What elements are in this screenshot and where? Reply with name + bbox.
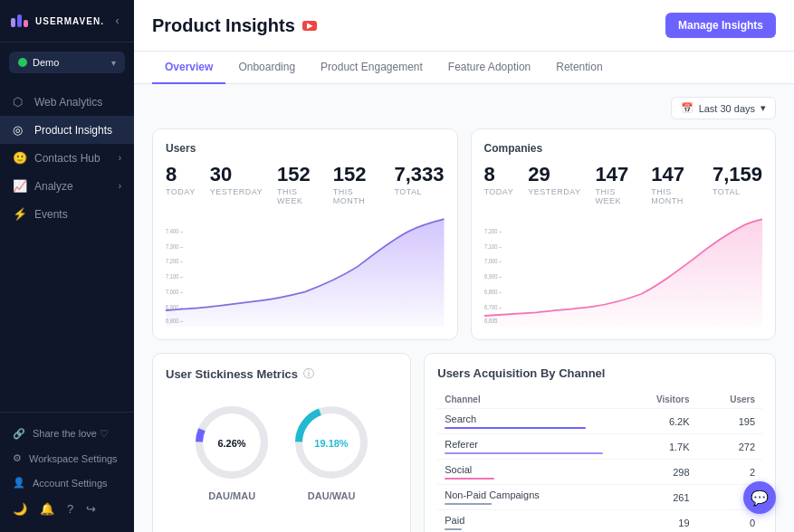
svg-text:7,200 –: 7,200 –	[166, 258, 184, 265]
workspace-settings-icon: ⚙	[13, 452, 22, 464]
top-cards-row: Users 8 TODAY 30 YESTERDAY 152 THIS WEEK	[152, 128, 776, 340]
manage-insights-button[interactable]: Manage Insights	[665, 13, 776, 38]
svg-text:6.26%: 6.26%	[218, 438, 246, 449]
search-users: 195	[697, 409, 762, 434]
companies-stat-total: 7,159 TOTAL	[713, 164, 762, 205]
users-stat-today: 8 TODAY	[166, 164, 196, 205]
table-row: Social 298 2	[437, 460, 762, 485]
users-stat-total: 7,333 TOTAL	[394, 164, 444, 205]
stickiness-title-row: User Stickiness Metrics ⓘ	[166, 366, 397, 382]
account-settings-item[interactable]: 👤 Account Settings	[0, 470, 134, 495]
users-total-value: 7,333	[394, 164, 444, 185]
sidebar-item-label: Contacts Hub	[34, 152, 111, 165]
main-content: Product Insights ▶ Manage Insights Overv…	[134, 0, 794, 532]
companies-card: Companies 8 TODAY 29 YESTERDAY 147 THIS …	[471, 128, 777, 340]
product-insights-icon: ◎	[13, 123, 27, 137]
sidebar-item-events[interactable]: ⚡ Events	[0, 200, 134, 228]
acquisition-card: Users Acquisition By Channel Channel Vis…	[424, 353, 776, 532]
table-row: Search 6.2K 195	[437, 409, 762, 434]
tab-retention[interactable]: Retention	[543, 52, 615, 84]
nonpaid-bar	[445, 503, 491, 505]
referer-bar	[445, 452, 602, 454]
notification-icon[interactable]: 🔔	[40, 502, 54, 516]
sidebar: USERMAVEN. ‹ Demo ▾ ⬡ Web Analytics ◎ Pr…	[0, 0, 134, 532]
users-stat-yesterday: 30 YESTERDAY	[210, 164, 263, 205]
workspace-settings-label: Workspace Settings	[29, 453, 118, 464]
workspace-selector[interactable]: Demo ▾	[9, 52, 125, 73]
svg-text:7,200 –: 7,200 –	[484, 227, 502, 234]
users-month-label: THIS MONTH	[333, 187, 380, 205]
share-love-item[interactable]: 🔗 Share the love ♡	[0, 422, 134, 446]
companies-month-label: THIS MONTH	[651, 187, 698, 205]
social-bar	[445, 478, 494, 480]
svg-text:7,400 –: 7,400 –	[166, 227, 184, 234]
paid-bar	[445, 528, 461, 530]
dau-wau-donut: 19.18%	[291, 402, 372, 483]
header-badge: ▶	[302, 21, 317, 31]
workspace-settings-item[interactable]: ⚙ Workspace Settings	[0, 446, 134, 470]
tab-product-engagement[interactable]: Product Engagement	[308, 52, 435, 84]
channel-cell-nonpaid: Non-Paid Campaigns	[445, 489, 610, 505]
table-row: Referer 1.7K 272	[437, 434, 762, 460]
users-stats-row: 8 TODAY 30 YESTERDAY 152 THIS WEEK 152 T…	[166, 164, 445, 205]
users-today-label: TODAY	[166, 187, 196, 196]
sidebar-item-label: Analyze	[34, 180, 111, 193]
footer-actions: 🌙 🔔 ? ↪	[0, 495, 134, 523]
logout-icon[interactable]: ↪	[86, 502, 96, 516]
table-row: Paid 19 0	[437, 510, 762, 532]
svg-text:7,300 –: 7,300 –	[166, 242, 184, 250]
users-stat-week: 152 THIS WEEK	[277, 164, 319, 205]
stickiness-info-icon[interactable]: ⓘ	[303, 366, 314, 382]
logo-bar-1	[11, 18, 15, 27]
social-users: 2	[697, 460, 762, 485]
companies-today-label: TODAY	[484, 187, 514, 196]
users-stat-month: 152 THIS MONTH	[333, 164, 380, 205]
channel-cell-paid: Paid	[445, 515, 610, 530]
tab-overview[interactable]: Overview	[152, 52, 225, 84]
svg-text:7,000 –: 7,000 –	[484, 258, 502, 265]
dau-wau-donut-svg: 19.18%	[291, 402, 372, 483]
companies-stat-today: 8 TODAY	[484, 164, 514, 205]
page-title-text: Product Insights	[152, 15, 295, 36]
chat-bubble-button[interactable]: 💬	[743, 481, 776, 514]
tab-onboarding[interactable]: Onboarding	[225, 52, 308, 84]
companies-yesterday-value: 29	[528, 164, 580, 185]
users-card-title: Users	[166, 142, 445, 155]
workspace-status-dot	[18, 58, 27, 67]
stickiness-card: User Stickiness Metrics ⓘ 6.26%	[152, 353, 411, 532]
sidebar-footer: 🔗 Share the love ♡ ⚙ Workspace Settings …	[0, 412, 134, 532]
tab-feature-adoption[interactable]: Feature Adoption	[435, 52, 543, 84]
users-today-value: 8	[166, 164, 196, 185]
share-love-label: Share the love ♡	[33, 428, 109, 440]
date-filter-button[interactable]: 📅 Last 30 days ▾	[671, 97, 776, 119]
svg-text:19.18%: 19.18%	[314, 438, 349, 449]
dau-wau-label: DAU/WAU	[308, 490, 356, 501]
sidebar-item-web-analytics[interactable]: ⬡ Web Analytics	[0, 88, 134, 116]
share-love-icon: 🔗	[13, 428, 25, 440]
web-analytics-icon: ⬡	[13, 95, 27, 109]
dau-mau-donut: 6.26%	[191, 402, 273, 483]
dau-mau-gauge: 6.26% DAU/MAU	[191, 402, 273, 501]
sidebar-nav: ⬡ Web Analytics ◎ Product Insights 🙂 Con…	[0, 82, 134, 412]
date-filter-chevron-icon: ▾	[761, 102, 766, 114]
companies-month-value: 147	[651, 164, 698, 185]
account-settings-icon: 👤	[13, 477, 25, 489]
sidebar-item-label: Events	[34, 208, 121, 221]
table-row: Non-Paid Campaigns 261 –	[437, 485, 762, 510]
channel-header: Channel	[437, 391, 617, 409]
users-month-value: 152	[333, 164, 380, 185]
users-chart: 7,400 – 7,300 – 7,200 – 7,100 – 7,000 – …	[166, 218, 445, 327]
companies-week-value: 147	[596, 164, 637, 185]
sidebar-collapse-button[interactable]: ‹	[111, 13, 123, 29]
paid-visitors: 19	[618, 510, 697, 532]
users-yesterday-value: 30	[210, 164, 263, 185]
moon-icon[interactable]: 🌙	[13, 502, 27, 516]
help-icon[interactable]: ?	[67, 502, 73, 516]
sidebar-logo: USERMAVEN. ‹	[0, 0, 134, 43]
sidebar-item-analyze[interactable]: 📈 Analyze ›	[0, 172, 134, 200]
users-yesterday-label: YESTERDAY	[210, 187, 263, 196]
page-header: Product Insights ▶ Manage Insights	[134, 0, 794, 52]
sidebar-item-label: Product Insights	[34, 124, 121, 137]
sidebar-item-product-insights[interactable]: ◎ Product Insights	[0, 116, 134, 144]
sidebar-item-contacts-hub[interactable]: 🙂 Contacts Hub ›	[0, 144, 134, 172]
